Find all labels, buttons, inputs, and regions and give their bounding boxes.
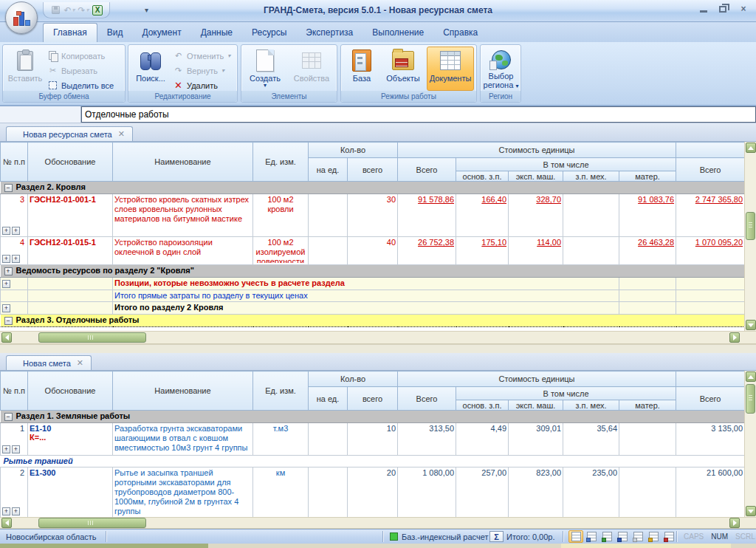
expand-icon[interactable]: + (12, 227, 20, 235)
grid-cell[interactable] (676, 290, 745, 302)
tab-new-estimate[interactable]: Новая смета✕ (6, 355, 92, 370)
qty-total-cell[interactable]: 30 (348, 194, 398, 237)
paste-button[interactable]: Вставить (6, 47, 44, 91)
mech-wage-cell[interactable]: 235,00 (563, 467, 619, 518)
scroll-up-button[interactable] (746, 143, 756, 153)
table-row[interactable]: Итого прямые затраты по разделу в текущи… (1, 290, 745, 302)
table-row[interactable]: −Раздел 2. Кровля (1, 182, 745, 194)
tab-new-resource-estimate[interactable]: Новая ресурсная смета✕ (6, 126, 133, 141)
grid-cell[interactable] (676, 302, 745, 315)
expand-icon[interactable]: + (4, 267, 13, 275)
vertical-scroll-thumb[interactable] (746, 384, 755, 414)
mech-wage-cell[interactable] (563, 194, 619, 237)
position-number-cell[interactable]: 2++ (1, 467, 28, 518)
ribbon-tab-2[interactable]: Вид (97, 24, 133, 42)
search-button[interactable]: Поиск... (131, 47, 170, 91)
blank-calc-icon[interactable] (630, 530, 645, 543)
scroll-down-button[interactable] (746, 320, 756, 330)
minimize-button[interactable] (700, 5, 707, 13)
qty-per-unit-cell[interactable] (309, 237, 348, 265)
table-row[interactable]: 2++Е1-300Рытье и засыпка траншей роторны… (1, 467, 745, 518)
save-icon[interactable] (49, 4, 61, 16)
documents-mode-icon[interactable] (568, 530, 583, 543)
materials-cell[interactable] (619, 467, 676, 518)
materials-cell[interactable]: 91 083,76 (619, 194, 676, 237)
horizontal-scroll-thumb[interactable] (38, 518, 146, 528)
name-cell[interactable]: Устройство пароизоляции оклеечной в один… (113, 237, 253, 265)
restore-button[interactable] (719, 6, 726, 13)
row-total-cell[interactable]: 1 070 095,20 (676, 237, 745, 265)
position-number-cell[interactable]: 3++ (1, 194, 28, 237)
scroll-left-button[interactable] (1, 332, 12, 343)
basic-wage-cell[interactable]: 175,10 (456, 237, 509, 265)
grid-cell[interactable] (619, 302, 676, 315)
cut-button[interactable]: ✂ Вырезать (47, 64, 97, 78)
qty-total-cell[interactable]: 40 (348, 237, 398, 265)
summary-text-cell[interactable]: Позиции, которые невозможно учесть в рас… (113, 278, 619, 290)
scroll-right-button[interactable] (729, 518, 740, 528)
scroll-down-button[interactable] (746, 506, 756, 516)
table-row[interactable]: 4++ГЭСН12-01-015-1Устройство пароизоляци… (1, 237, 745, 265)
grid-cell[interactable] (28, 290, 113, 302)
ribbon-tab-3[interactable]: Документ (132, 24, 190, 42)
resource-calc-icon[interactable] (599, 530, 614, 543)
undo-icon[interactable]: ↶▾ (63, 4, 75, 16)
basis-cell[interactable]: Е1-300 (28, 467, 113, 518)
basic-wage-cell[interactable]: 166,40 (456, 194, 509, 237)
tab-close-icon[interactable]: ✕ (77, 358, 83, 368)
expand-icon[interactable]: + (2, 227, 10, 235)
redo-icon[interactable]: ↷▾ (78, 4, 89, 16)
position-number-cell[interactable]: 4++ (1, 237, 28, 265)
formula-input[interactable] (81, 106, 756, 123)
collapse-icon[interactable]: − (4, 413, 13, 421)
expand-icon[interactable]: + (2, 445, 10, 453)
expand-icon[interactable]: + (2, 507, 10, 516)
row-expander-cell[interactable] (1, 290, 28, 302)
table-row[interactable]: −Раздел 1. Земляные работы (1, 411, 745, 423)
qty-per-unit-cell[interactable] (309, 194, 348, 237)
vertical-scroll-thumb[interactable] (746, 212, 755, 240)
mech-wage-cell[interactable] (563, 237, 619, 265)
hp-calc-icon[interactable] (615, 530, 630, 543)
basic-wage-cell[interactable]: 257,00 (456, 467, 509, 518)
scroll-right-button[interactable] (729, 332, 740, 343)
machine-cost-cell[interactable]: 309,01 (509, 423, 563, 456)
basis-cell[interactable]: Е1-10К=... (28, 423, 113, 456)
basis-cell[interactable]: ГЭСН12-01-001-1 (28, 194, 113, 237)
table-row[interactable]: 3++ГЭСН12-01-001-1Устройство кровель ска… (1, 194, 745, 237)
redo-button[interactable]: ↷ Вернуть▾ (173, 64, 224, 78)
grid-cell[interactable] (619, 278, 676, 290)
ribbon-tab-6[interactable]: Экспертиза (296, 24, 362, 42)
collapse-icon[interactable]: − (4, 317, 13, 325)
name-cell[interactable]: Устройство кровель скатных изтрех слоев … (113, 194, 253, 237)
row-total-cell[interactable]: 21 600,00 (676, 467, 745, 518)
coins-icon[interactable] (646, 530, 661, 543)
expand-icon[interactable]: + (2, 280, 10, 288)
mech-wage-cell[interactable]: 35,64 (563, 423, 619, 456)
section-row-cell[interactable]: −Раздел 1. Земляные работы (1, 411, 745, 423)
qty-per-unit-cell[interactable] (309, 467, 348, 518)
basis-cell[interactable]: ГЭСН12-01-015-1 (28, 237, 113, 265)
row-total-cell[interactable]: 2 747 365,80 (676, 194, 745, 237)
unit-cost-total-cell[interactable]: 313,50 (398, 423, 456, 456)
table-row[interactable]: Рытье траншей (1, 456, 745, 467)
name-cell[interactable]: Рытье и засыпка траншей роторными экскав… (113, 467, 253, 518)
region-select-button[interactable]: Выбор региона ▾ (481, 47, 520, 91)
machine-cost-cell[interactable]: 823,00 (509, 467, 563, 518)
section-row-cell[interactable]: −Раздел 3. Отделочные работы (1, 315, 745, 327)
materials-cell[interactable] (619, 423, 676, 456)
horizontal-scroll-thumb[interactable] (38, 332, 146, 343)
index-chart-icon[interactable] (662, 530, 676, 543)
summary-text-cell[interactable]: Итого прямые затраты по разделу в текущи… (113, 290, 619, 302)
basic-wage-cell[interactable]: 4,49 (456, 423, 509, 456)
materials-cell[interactable]: 26 463,28 (619, 237, 676, 265)
undo-button[interactable]: ↶ Отменить▾ (173, 49, 230, 63)
basis-index-icon[interactable] (584, 530, 599, 543)
properties-button[interactable]: Свойства (289, 47, 334, 91)
copy-button[interactable]: Копировать (47, 49, 105, 63)
app-menu-button[interactable] (5, 1, 38, 34)
ribbon-tab-4[interactable]: Данные (191, 24, 242, 42)
machine-cost-cell[interactable]: 114,00 (509, 237, 563, 265)
qty-per-unit-cell[interactable] (309, 423, 348, 456)
section-row-cell[interactable]: +Ведомость ресурсов по разделу 2 "Кровля… (1, 265, 745, 278)
